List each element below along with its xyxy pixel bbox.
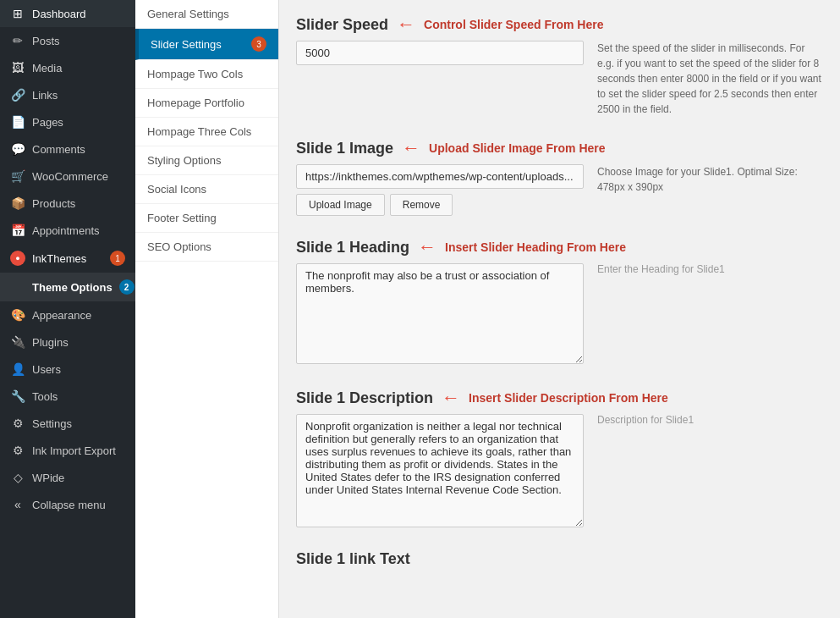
slide1-heading-row: The nonprofit may also be a trust or ass… bbox=[296, 263, 823, 367]
sidebar-item-users[interactable]: 👤 Users bbox=[0, 356, 135, 383]
sidebar-item-inkthemes[interactable]: ● InkThemes 1 bbox=[0, 244, 135, 273]
slider-speed-label: Slider Speed ← Control Slider Speed From… bbox=[296, 14, 823, 36]
sidebar-item-tools[interactable]: 🔧 Tools bbox=[0, 383, 135, 410]
slider-speed-input-col bbox=[296, 41, 584, 65]
settings-icon: ⚙ bbox=[10, 417, 25, 430]
slide1-image-section: Slide 1 Image ← Upload Slider Image From… bbox=[296, 137, 823, 216]
slider-speed-annotation: Control Slider Speed From Here bbox=[424, 18, 603, 31]
remove-image-button[interactable]: Remove bbox=[390, 194, 453, 216]
sidebar-item-posts[interactable]: ✏ Posts bbox=[0, 27, 135, 54]
collapse-icon: « bbox=[10, 498, 25, 511]
plugins-icon: 🔌 bbox=[10, 335, 25, 349]
submenu-item-seo-options[interactable]: SEO Options bbox=[135, 233, 278, 262]
submenu-item-homepage-portfolio[interactable]: Homepage Portfolio bbox=[135, 89, 278, 118]
slide1-heading-arrow: ← bbox=[418, 236, 436, 258]
slide1-link-text-label: Slide 1 link Text bbox=[296, 550, 823, 568]
sidebar-item-theme-options[interactable]: Theme Options 2 bbox=[0, 273, 135, 301]
slide1-heading-placeholder: Enter the Heading for Slide1 bbox=[597, 263, 823, 367]
slide1-image-url-input[interactable] bbox=[296, 164, 584, 189]
slide1-image-arrow: ← bbox=[402, 137, 420, 159]
slide1-image-annotation: Upload Slider Image From Here bbox=[429, 141, 606, 155]
wpide-icon: ◇ bbox=[10, 471, 25, 484]
slide1-heading-annotation: Insert Slider Heading From Here bbox=[445, 240, 626, 254]
sidebar-item-wpide[interactable]: ◇ WPide bbox=[0, 464, 135, 491]
media-icon: 🖼 bbox=[10, 61, 25, 74]
sidebar-item-media[interactable]: 🖼 Media bbox=[0, 54, 135, 81]
submenu-item-social-icons[interactable]: Social Icons bbox=[135, 175, 278, 204]
sidebar-item-links[interactable]: 🔗 Links bbox=[0, 81, 135, 108]
theme-options-badge: 2 bbox=[119, 279, 135, 295]
slide1-description-label: Slide 1 Description ← Insert Slider Desc… bbox=[296, 387, 823, 409]
slide1-image-label: Slide 1 Image ← Upload Slider Image From… bbox=[296, 137, 823, 159]
sidebar-item-appearance[interactable]: 🎨 Appearance bbox=[0, 301, 135, 328]
submenu-item-slider-settings[interactable]: Slider Settings 3 bbox=[135, 29, 278, 60]
sidebar-item-ink-import-export[interactable]: ⚙ Ink Import Export bbox=[0, 437, 135, 464]
submenu-item-general-settings[interactable]: General Settings bbox=[135, 0, 278, 29]
submenu-item-homepage-two-cols[interactable]: Hompage Two Cols bbox=[135, 60, 278, 89]
products-icon: 📦 bbox=[10, 196, 25, 210]
submenu-item-hompage-three-cols[interactable]: Hompage Three Cols bbox=[135, 118, 278, 146]
slide1-description-textarea-col: Nonprofit organization is neither a lega… bbox=[296, 414, 584, 530]
ink-import-export-icon: ⚙ bbox=[10, 444, 25, 457]
dashboard-icon: ⊞ bbox=[10, 7, 25, 20]
slide1-description-textarea[interactable]: Nonprofit organization is neither a lega… bbox=[296, 414, 584, 527]
slide1-heading-section: Slide 1 Heading ← Insert Slider Heading … bbox=[296, 236, 823, 367]
sidebar-item-collapse-menu[interactable]: « Collapse menu bbox=[0, 491, 135, 518]
submenu-panel: General Settings Slider Settings 3 Hompa… bbox=[135, 0, 279, 618]
slider-speed-input[interactable] bbox=[296, 41, 584, 65]
submenu-item-footer-setting[interactable]: Footer Setting bbox=[135, 204, 278, 233]
slider-speed-arrow: ← bbox=[397, 14, 415, 36]
slide1-description-section: Slide 1 Description ← Insert Slider Desc… bbox=[296, 387, 823, 530]
appearance-icon: 🎨 bbox=[10, 308, 25, 322]
slider-speed-row: Set the speed of the slider in milliseco… bbox=[296, 41, 823, 117]
sidebar-item-dashboard[interactable]: ⊞ Dashboard bbox=[0, 0, 135, 27]
slide1-image-buttons: Upload Image Remove bbox=[296, 194, 584, 216]
inkthemes-icon: ● bbox=[10, 251, 25, 266]
slide1-image-input-col: Upload Image Remove bbox=[296, 164, 584, 216]
sidebar: ⊞ Dashboard ✏ Posts 🖼 Media 🔗 Links 📄 Pa… bbox=[0, 0, 135, 618]
slide1-description-annotation: Insert Slider Description From Here bbox=[469, 391, 668, 405]
slide1-heading-textarea-col: The nonprofit may also be a trust or ass… bbox=[296, 263, 584, 367]
posts-icon: ✏ bbox=[10, 34, 25, 47]
tools-icon: 🔧 bbox=[10, 389, 25, 403]
slide1-image-hint: Choose Image for your Slide1. Optimal Si… bbox=[597, 164, 823, 195]
upload-image-button[interactable]: Upload Image bbox=[296, 194, 385, 216]
sidebar-item-woocommerce[interactable]: 🛒 WooCommerce bbox=[0, 163, 135, 190]
slider-settings-badge: 3 bbox=[251, 36, 266, 52]
sidebar-item-comments[interactable]: 💬 Comments bbox=[0, 135, 135, 163]
comments-icon: 💬 bbox=[10, 142, 25, 156]
sidebar-item-products[interactable]: 📦 Products bbox=[0, 190, 135, 217]
links-icon: 🔗 bbox=[10, 88, 25, 102]
sidebar-item-plugins[interactable]: 🔌 Plugins bbox=[0, 328, 135, 356]
slide1-description-placeholder: Description for Slide1 bbox=[597, 414, 823, 530]
users-icon: 👤 bbox=[10, 362, 25, 376]
slide1-link-text-section: Slide 1 link Text bbox=[296, 550, 823, 568]
main-content: Slider Speed ← Control Slider Speed From… bbox=[279, 0, 840, 618]
pages-icon: 📄 bbox=[10, 115, 25, 129]
sidebar-item-appointments[interactable]: 📅 Appointments bbox=[0, 217, 135, 244]
slide1-description-arrow: ← bbox=[442, 387, 460, 409]
slide1-heading-textarea[interactable]: The nonprofit may also be a trust or ass… bbox=[296, 263, 584, 364]
sidebar-item-pages[interactable]: 📄 Pages bbox=[0, 108, 135, 135]
sidebar-item-settings[interactable]: ⚙ Settings bbox=[0, 410, 135, 437]
slider-speed-section: Slider Speed ← Control Slider Speed From… bbox=[296, 14, 823, 117]
woocommerce-icon: 🛒 bbox=[10, 169, 25, 183]
submenu-item-styling-options[interactable]: Styling Options bbox=[135, 146, 278, 175]
slide1-image-row: Upload Image Remove Choose Image for you… bbox=[296, 164, 823, 216]
slider-speed-hint: Set the speed of the slider in milliseco… bbox=[597, 41, 823, 117]
appointments-icon: 📅 bbox=[10, 223, 25, 237]
slide1-description-row: Nonprofit organization is neither a lega… bbox=[296, 414, 823, 530]
inkthemes-badge: 1 bbox=[110, 251, 125, 266]
slide1-heading-label: Slide 1 Heading ← Insert Slider Heading … bbox=[296, 236, 823, 258]
